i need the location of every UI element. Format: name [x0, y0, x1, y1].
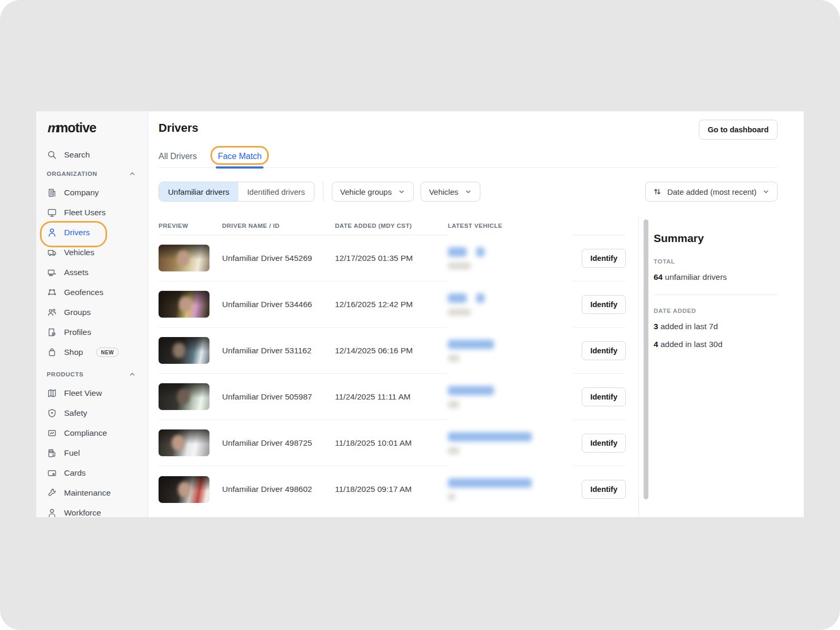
filters-toolbar: Unfamiliar drivers Identified drivers Ve… [148, 168, 804, 216]
vehicles-dropdown[interactable]: Vehicles [421, 182, 480, 202]
sidebar-section-organization[interactable]: ORGANIZATION [47, 165, 148, 183]
sidebar-item-workforce[interactable]: Workforce [47, 503, 148, 517]
driver-preview-photo[interactable] [159, 383, 209, 410]
sort-label: Date added (most recent) [667, 187, 757, 196]
segment-identified-drivers[interactable]: Identified drivers [238, 182, 314, 201]
compliance-icon [47, 428, 57, 438]
sidebar-item-profiles[interactable]: Profiles [47, 322, 148, 342]
latest-vehicle-cell [448, 235, 579, 281]
driver-preview-photo[interactable] [159, 429, 209, 456]
filters-divider [323, 182, 323, 202]
summary-section-divider [654, 295, 778, 295]
sidebar-item-label: Groups [64, 308, 91, 317]
latest-vehicle-cell [448, 420, 579, 466]
wrench-icon [47, 488, 57, 498]
sidebar-item-label: Vehicles [64, 248, 94, 257]
tab-face-match[interactable]: Face Match [218, 145, 262, 167]
sidebar-item-fleet-users[interactable]: Fleet Users [47, 203, 148, 223]
driver-name: Unfamiliar Driver 498725 [222, 438, 335, 448]
identify-button[interactable]: Identify [582, 341, 626, 360]
sidebar-item-shop[interactable]: Shop NEW [47, 342, 148, 362]
sort-dropdown[interactable]: Date added (most recent) [645, 182, 778, 202]
identify-button[interactable]: Identify [582, 295, 626, 314]
sidebar-item-maintenance[interactable]: Maintenance [47, 483, 148, 503]
summary-stat: 4 added in last 30d [654, 340, 778, 349]
sort-arrows-icon [653, 187, 662, 196]
profiles-icon [47, 327, 57, 338]
sidebar-item-cards[interactable]: Cards [47, 463, 148, 483]
vehicle-groups-dropdown[interactable]: Vehicle groups [332, 182, 414, 202]
driver-preview-photo[interactable] [159, 291, 209, 318]
new-badge: NEW [96, 348, 119, 357]
search-icon [47, 150, 57, 160]
sidebar-item-label: Compliance [64, 428, 107, 438]
sidebar-item-geofences[interactable]: Geofences [47, 282, 148, 302]
chevron-down-icon [762, 188, 770, 195]
column-header-driver-name: DRIVER NAME / ID [222, 223, 335, 229]
chevron-down-icon [398, 188, 405, 195]
sidebar-item-label: Assets [64, 268, 89, 277]
motive-logo: mmotive [48, 119, 148, 136]
column-header-latest-vehicle: LATEST VEHICLE [448, 223, 579, 229]
table-row[interactable]: Unfamiliar Driver 534466 12/16/2025 12:4… [159, 281, 626, 328]
sidebar-item-vehicles[interactable]: Vehicles [47, 243, 148, 262]
sidebar-item-search[interactable]: Search [47, 145, 148, 165]
table-row[interactable]: Unfamiliar Driver 505987 11/24/2025 11:1… [159, 374, 626, 420]
monitor-icon [47, 207, 57, 218]
date-added: 12/16/2025 12:42 PM [335, 300, 448, 309]
shop-bag-icon [47, 347, 57, 358]
table-scrollbar[interactable] [644, 219, 648, 499]
column-header-preview: PREVIEW [159, 223, 222, 229]
identify-button[interactable]: Identify [582, 480, 626, 499]
latest-vehicle-cell [448, 466, 579, 512]
summary-panel: Summary TOTAL 64 unfamiliar drivers DATE… [639, 216, 804, 517]
driver-name: Unfamiliar Driver 545269 [222, 254, 335, 263]
driver-preview-photo[interactable] [159, 245, 209, 271]
summary-stat: 3 added in last 7d [654, 322, 778, 331]
sidebar-item-label: Cards [64, 468, 86, 478]
sidebar-section-products[interactable]: PRODUCTS [47, 365, 148, 383]
date-added: 11/24/2025 11:11 AM [335, 392, 448, 402]
sidebar-item-company[interactable]: Company [47, 183, 148, 203]
sidebar-item-safety[interactable]: Safety [47, 403, 148, 423]
column-header-date-added: DATE ADDED (MDY CST) [335, 223, 448, 229]
latest-vehicle-cell [448, 374, 579, 419]
summary-date-added-label: DATE ADDED [654, 308, 778, 314]
company-icon [47, 187, 57, 198]
segment-unfamiliar-drivers[interactable]: Unfamiliar drivers [159, 182, 238, 201]
table-row[interactable]: Unfamiliar Driver 498725 11/18/2025 10:0… [159, 420, 626, 466]
tab-all-drivers[interactable]: All Drivers [159, 145, 197, 167]
page-header: Drivers Go to dashboard [148, 111, 804, 140]
date-added: 12/14/2025 06:16 PM [335, 346, 448, 355]
sidebar-item-drivers[interactable]: Drivers [47, 223, 148, 243]
groups-icon [47, 307, 57, 318]
identify-button[interactable]: Identify [582, 387, 626, 406]
sidebar: mmotive Search ORGANIZATION Company Flee… [36, 111, 148, 517]
table-row[interactable]: Unfamiliar Driver 531162 12/14/2025 06:1… [159, 328, 626, 374]
sidebar-item-groups[interactable]: Groups [47, 302, 148, 322]
table-row[interactable]: Unfamiliar Driver 545269 12/17/2025 01:3… [159, 235, 626, 281]
sidebar-item-label: Profiles [64, 328, 91, 337]
map-icon [47, 388, 57, 398]
identify-button[interactable]: Identify [582, 434, 626, 453]
chevron-down-icon [465, 188, 472, 195]
date-added: 11/18/2025 09:17 AM [335, 485, 448, 494]
sidebar-item-label: Search [64, 150, 90, 160]
total-count: 64 [654, 272, 663, 281]
sidebar-item-fleet-view[interactable]: Fleet View [47, 383, 148, 403]
sidebar-item-label: Fleet View [64, 388, 102, 398]
sidebar-item-assets[interactable]: Assets [47, 262, 148, 282]
identify-button[interactable]: Identify [582, 249, 626, 268]
sidebar-item-compliance[interactable]: Compliance [47, 423, 148, 443]
section-label: ORGANIZATION [47, 171, 97, 177]
driver-name: Unfamiliar Driver 505987 [222, 392, 335, 402]
driver-preview-photo[interactable] [159, 476, 209, 503]
sidebar-item-label: Maintenance [64, 488, 111, 498]
driver-name: Unfamiliar Driver 531162 [222, 346, 335, 355]
sidebar-item-fuel[interactable]: Fuel [47, 443, 148, 463]
driver-preview-photo[interactable] [159, 337, 209, 364]
go-to-dashboard-button[interactable]: Go to dashboard [699, 120, 778, 140]
table-row[interactable]: Unfamiliar Driver 498602 11/18/2025 09:1… [159, 466, 626, 512]
summary-total-value: 64 unfamiliar drivers [654, 272, 778, 282]
total-text: unfamiliar drivers [665, 272, 727, 281]
